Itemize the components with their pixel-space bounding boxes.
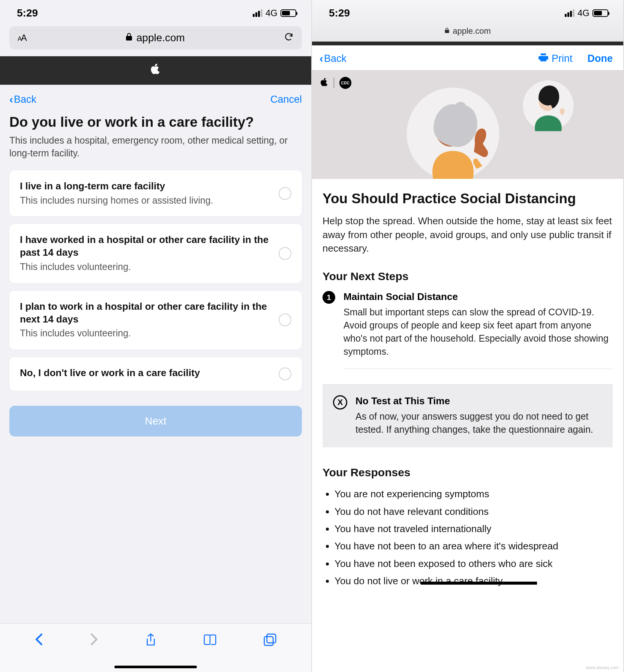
status-area: 5:29 4G apple.com — [312, 0, 623, 42]
safari-url-bar[interactable]: AA apple.com — [9, 26, 302, 50]
redaction-bar — [421, 582, 537, 585]
hero-logos: CDC — [320, 77, 351, 89]
no-test-callout: X No Test at This Time As of now, your a… — [322, 384, 613, 447]
apple-logo-icon — [150, 63, 161, 78]
url-text: apple.com — [453, 26, 491, 36]
steps-heading: Your Next Steps — [322, 270, 613, 283]
callout-title: No Test at This Time — [356, 395, 602, 407]
back-label: Back — [14, 94, 36, 105]
network-label: 4G — [578, 8, 590, 18]
response-item: You have not been exposed to others who … — [334, 556, 613, 571]
svg-rect-1 — [267, 634, 276, 643]
reload-icon[interactable] — [284, 32, 294, 44]
page-nav: ‹ Back Print Done — [312, 45, 623, 70]
lock-icon — [125, 32, 133, 44]
radio-icon[interactable] — [279, 368, 291, 380]
radio-icon[interactable] — [279, 314, 291, 326]
mini-url-bar[interactable]: apple.com — [312, 26, 623, 41]
signal-icon — [565, 9, 574, 17]
radio-icon[interactable] — [279, 187, 291, 200]
result-heading: You Should Practice Social Distancing — [322, 190, 613, 207]
print-label: Print — [552, 53, 573, 64]
next-button[interactable]: Next — [9, 406, 302, 436]
step-number: 1 — [322, 291, 335, 304]
status-right: 4G — [565, 8, 608, 18]
response-item: You are not experiencing symptoms — [334, 486, 613, 501]
question-heading: Do you live or work in a care facility? — [9, 114, 302, 130]
done-button[interactable]: Done — [588, 53, 613, 64]
thin-header-band — [312, 42, 623, 45]
right-screenshot: 5:29 4G apple.com ‹ Back Print — [312, 0, 624, 672]
text-size-icon[interactable]: AA — [18, 33, 26, 43]
url-text: apple.com — [136, 32, 185, 44]
response-item: You do not have relevant conditions — [334, 504, 613, 519]
response-item: You have not traveled internationally — [334, 521, 613, 536]
step-desc: Small but important steps can slow the s… — [344, 306, 613, 358]
url-display[interactable]: apple.com — [125, 32, 185, 44]
printer-icon — [538, 52, 549, 65]
back-button[interactable]: ‹ Back — [9, 93, 36, 106]
back-label: Back — [324, 53, 346, 64]
callout-desc: As of now, your answers suggest you do n… — [356, 410, 602, 436]
status-right: 4G — [253, 8, 296, 18]
nav-forward-icon — [90, 633, 99, 649]
person-waving-icon — [404, 85, 502, 179]
option-2[interactable]: I have worked in a hospital or other car… — [9, 224, 302, 283]
status-bar: 5:29 4G — [312, 0, 623, 26]
logo-divider — [334, 78, 334, 88]
battery-icon — [280, 9, 296, 17]
responses-heading: Your Responses — [322, 466, 613, 479]
step-1: 1 Maintain Social Distance Small but imp… — [322, 291, 613, 369]
lock-icon — [444, 26, 450, 36]
apple-logo-icon — [320, 77, 328, 88]
chevron-left-icon: ‹ — [9, 93, 13, 106]
option-4[interactable]: No, I don't live or work in a care facil… — [9, 357, 302, 391]
option-title: No, I don't live or work in a care facil… — [20, 367, 271, 380]
safari-toolbar — [0, 623, 311, 672]
left-screenshot: 5:29 4G AA apple.com ‹ Back Cancel — [0, 0, 312, 672]
option-desc: This includes volunteering. — [20, 327, 271, 340]
cancel-button[interactable]: Cancel — [270, 94, 302, 105]
result-lead: Help stop the spread. When outside the h… — [322, 214, 613, 255]
question-content: Do you live or work in a care facility? … — [0, 110, 311, 436]
option-3[interactable]: I plan to work in a hospital or other ca… — [9, 291, 302, 350]
status-time: 5:29 — [17, 7, 38, 19]
option-title: I live in a long-term care facility — [20, 180, 271, 193]
print-button[interactable]: Print — [538, 52, 573, 65]
option-title: I plan to work in a hospital or other ca… — [20, 300, 271, 326]
page-nav: ‹ Back Cancel — [0, 85, 311, 110]
x-circle-icon: X — [333, 395, 347, 410]
battery-icon — [592, 9, 608, 17]
status-bar: 5:29 4G — [0, 0, 311, 26]
watermark: www.deuaq.com — [586, 665, 619, 670]
status-time: 5:29 — [329, 7, 350, 19]
main-content: You Should Practice Social Distancing He… — [312, 179, 623, 588]
back-button[interactable]: ‹ Back — [320, 52, 346, 65]
question-sub: This includes a hospital, emergency room… — [9, 134, 302, 160]
signal-icon — [253, 9, 262, 17]
step-title: Maintain Social Distance — [344, 291, 613, 303]
response-text: You do not live or work in a care facili… — [334, 575, 503, 586]
cdc-logo-icon: CDC — [339, 77, 351, 89]
network-label: 4G — [266, 8, 278, 18]
share-icon[interactable] — [145, 633, 157, 651]
option-desc: This includes volunteering. — [20, 261, 271, 273]
option-title: I have worked in a hospital or other car… — [20, 234, 271, 259]
radio-icon[interactable] — [279, 247, 291, 260]
chevron-left-icon: ‹ — [320, 52, 323, 65]
response-item: You have not been to an area where it's … — [334, 538, 613, 554]
home-indicator[interactable] — [114, 666, 197, 668]
response-item: You do not live or work in a care facili… — [334, 573, 613, 588]
responses-section: Your Responses You are not experiencing … — [322, 466, 613, 588]
apple-header — [0, 56, 311, 85]
svg-rect-0 — [264, 637, 273, 646]
hero-illustration: CDC — [312, 70, 623, 179]
nav-back-icon[interactable] — [34, 633, 44, 649]
next-label: Next — [145, 415, 166, 427]
option-desc: This includes nursing homes or assisted … — [20, 194, 271, 207]
option-1[interactable]: I live in a long-term care facility This… — [9, 170, 302, 217]
bookmarks-icon[interactable] — [203, 633, 217, 650]
tabs-icon[interactable] — [263, 633, 277, 650]
person-small-icon — [522, 80, 574, 132]
responses-list: You are not experiencing symptoms You do… — [322, 486, 613, 588]
